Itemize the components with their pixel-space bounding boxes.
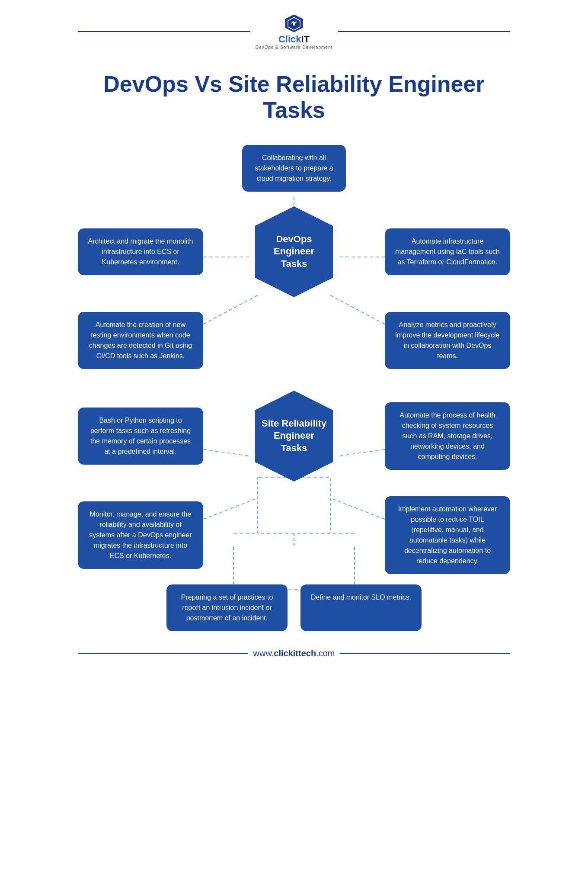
devops-hex-label: DevOps Engineer Tasks [251,233,337,270]
sre-task-bottom-right: Define and monitor SLO metrics. [300,584,422,631]
sre-bottom-row: Preparing a set of practices to report a… [78,584,510,631]
sre-hex-label: Site Reliability Engineer Tasks [251,417,337,455]
devops-mid-right: Automate infrastructure management using… [385,228,510,275]
header: ClickIT DevOps & Software Development [78,13,510,50]
devops-section: Collaborating with all stakeholders to p… [78,145,510,369]
devops-task-right1: Automate infrastructure management using… [385,228,510,275]
devops-hex-area: DevOps Engineer Tasks [214,202,374,302]
devops-mid-left: Architect and migrate the monolith infra… [78,228,203,275]
svg-point-2 [293,23,295,26]
sre-bot-right: Implement automation wherever possible t… [385,496,510,574]
footer: www.clickittech.com [78,648,510,658]
logo-icon [284,13,304,34]
sre-section: Bash or Python scripting to perform task… [78,386,510,631]
footer-line-left [78,653,248,654]
main-title: DevOps Vs Site Reliability Engineer Task… [78,71,510,123]
header-line-left [78,31,250,32]
sre-hexagon: Site Reliability Engineer Tasks [251,386,337,486]
devops-bot-left: Automate the creation of new testing env… [78,312,203,369]
sre-top-right: Automate the process of health checking … [385,402,510,470]
sre-task-bottom-left: Preparing a set of practices to report a… [166,584,288,631]
sre-task-bot-right: Implement automation wherever possible t… [385,496,510,574]
devops-top-area: Collaborating with all stakeholders to p… [214,145,374,192]
devops-task-right2: Analyze metrics and proactively improve … [385,312,510,369]
sre-task-top-right: Automate the process of health checking … [385,402,510,470]
sre-top-left: Bash or Python scripting to perform task… [78,408,203,465]
footer-line-right [340,653,510,654]
sre-hex-area: Site Reliability Engineer Tasks [214,386,374,486]
sre-bot-left: Monitor, manage, and ensure the reliabil… [78,501,203,569]
devops-task-left1: Architect and migrate the monolith infra… [78,228,203,275]
footer-url: www.clickittech.com [253,648,335,658]
devops-task-top: Collaborating with all stakeholders to p… [242,145,346,192]
devops-bot-right: Analyze metrics and proactively improve … [385,312,510,369]
sre-task-bot-left: Monitor, manage, and ensure the reliabil… [78,501,203,569]
devops-task-left2: Automate the creation of new testing env… [78,312,203,369]
logo: ClickIT DevOps & Software Development [256,13,333,50]
logo-text: ClickIT [278,34,310,45]
header-line-right [338,31,510,32]
sre-task-top-left: Bash or Python scripting to perform task… [78,408,203,465]
logo-sub: DevOps & Software Development [256,45,333,50]
devops-hexagon: DevOps Engineer Tasks [251,202,337,302]
